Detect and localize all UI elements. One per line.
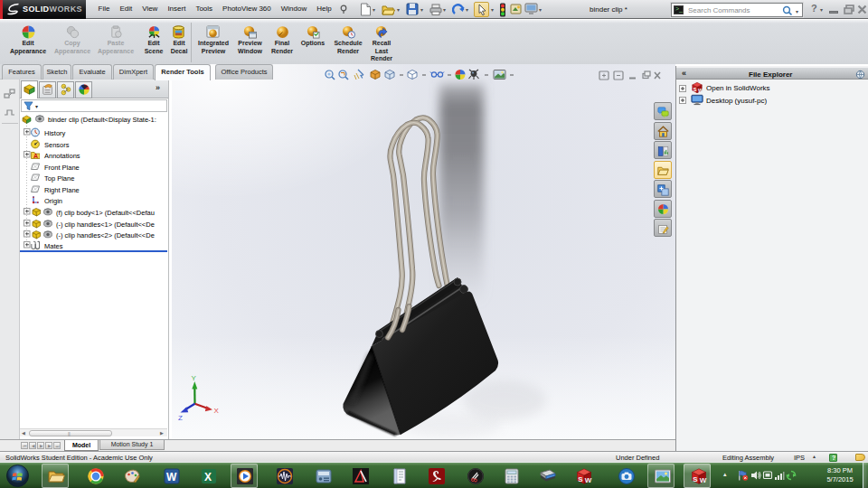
- svg-text:X: X: [204, 471, 212, 483]
- svg-text:W: W: [700, 476, 707, 484]
- svg-text:W: W: [166, 471, 177, 483]
- svg-text:W: W: [698, 88, 703, 93]
- svg-text:S: S: [693, 474, 698, 483]
- svg-text:X: X: [214, 407, 220, 415]
- svg-text:S: S: [578, 474, 583, 483]
- svg-text:Z: Z: [178, 414, 183, 422]
- svg-text:Y: Y: [192, 374, 197, 382]
- svg-text:W: W: [585, 476, 592, 484]
- svg-text:S: S: [693, 87, 697, 92]
